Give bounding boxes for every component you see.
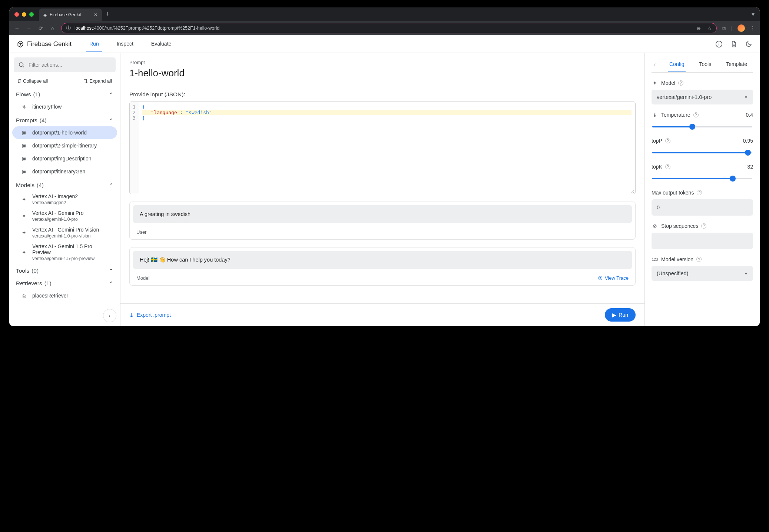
sidebar-item-prompt[interactable]: ▣ dotprompt/1-hello-world bbox=[12, 126, 117, 139]
macos-controls bbox=[14, 12, 34, 17]
section-prompts[interactable]: Prompts (4) ⌃ bbox=[9, 113, 120, 126]
stop-sequences-label: Stop sequences bbox=[661, 223, 698, 229]
app-header: Firebase Genkit Run Inspect Evaluate bbox=[9, 35, 760, 53]
nav-tab-inspect[interactable]: Inspect bbox=[114, 36, 136, 52]
model-version-select[interactable]: (Unspecified) ▼ bbox=[652, 266, 753, 281]
topp-slider[interactable] bbox=[652, 149, 753, 156]
help-icon[interactable]: ? bbox=[697, 190, 702, 195]
config-tab-tools[interactable]: Tools bbox=[697, 57, 713, 72]
divider: | bbox=[731, 25, 732, 31]
sidebar-item-model[interactable]: ✦ Vertex AI - Imagen2 vertexai/imagen2 bbox=[12, 191, 117, 207]
sidebar-item-retriever[interactable]: ⎙ placesRetriever bbox=[12, 289, 117, 302]
sidebar-item-prompt[interactable]: ▣ dotprompt/itineraryGen bbox=[12, 165, 117, 178]
sidebar: ⇵ Collapse all ⇅ Expand all Flows (1) ⌃ bbox=[9, 53, 120, 326]
prompt-icon: ▣ bbox=[20, 156, 28, 162]
url-input[interactable]: ⓘ localhost:4000/run/%252Fprompt%252Fdot… bbox=[61, 23, 717, 33]
help-icon[interactable]: ? bbox=[665, 138, 670, 143]
help-icon[interactable]: ? bbox=[701, 223, 706, 229]
collapse-icon: ⇵ bbox=[17, 78, 21, 84]
topp-value: 0.95 bbox=[743, 138, 753, 144]
help-icon[interactable]: ? bbox=[678, 80, 683, 86]
section-flows[interactable]: Flows (1) ⌃ bbox=[9, 87, 120, 100]
minimize-window-icon[interactable] bbox=[22, 12, 26, 17]
sidebar-item-prompt[interactable]: ▣ dotprompt/2-simple-itinerary bbox=[12, 139, 117, 152]
section-models[interactable]: Models (4) ⌃ bbox=[9, 178, 120, 191]
back-icon[interactable]: ← bbox=[14, 25, 20, 31]
help-icon[interactable]: ? bbox=[696, 257, 702, 262]
bookmark-icon[interactable]: ☆ bbox=[707, 26, 712, 31]
site-info-icon[interactable]: ⓘ bbox=[66, 25, 71, 31]
info-icon[interactable] bbox=[715, 40, 723, 48]
nav-tab-evaluate[interactable]: Evaluate bbox=[148, 36, 174, 52]
filter-input-wrapper[interactable] bbox=[14, 57, 116, 72]
profile-avatar[interactable] bbox=[737, 24, 745, 32]
filter-input[interactable] bbox=[29, 62, 111, 68]
chevron-left-icon[interactable]: ‹ bbox=[654, 61, 656, 69]
home-icon[interactable]: ⌂ bbox=[49, 25, 56, 31]
reload-icon[interactable]: ⟳ bbox=[37, 25, 44, 31]
json-input[interactable]: 123 { "language": "swedish" } bbox=[129, 102, 636, 194]
svg-point-1 bbox=[19, 63, 23, 67]
sidebar-item-model[interactable]: ✦ Vertex AI - Gemini Pro vertexai/gemini… bbox=[12, 208, 117, 224]
sidebar-item-flow[interactable]: ↯ itineraryFlow bbox=[12, 100, 117, 113]
code-body[interactable]: { "language": "swedish" } bbox=[139, 102, 635, 194]
browser-tab-bar: ◈ Firebase Genkit ✕ + ▾ bbox=[9, 7, 760, 21]
section-tools[interactable]: Tools (0) ⌃ bbox=[9, 264, 120, 276]
prompt-icon: ▣ bbox=[20, 130, 28, 136]
chevron-up-icon: ⌃ bbox=[109, 117, 113, 123]
section-retrievers[interactable]: Retrievers (1) ⌃ bbox=[9, 276, 120, 289]
footer-bar: ⤓ Export .prompt ▶ Run bbox=[120, 303, 644, 326]
help-icon[interactable]: ? bbox=[665, 164, 670, 169]
sidebar-item-model[interactable]: ✦ Vertex AI - Gemini 1.5 Pro Preview ver… bbox=[12, 241, 117, 263]
export-button[interactable]: ⤓ Export .prompt bbox=[129, 312, 171, 318]
close-window-icon[interactable] bbox=[14, 12, 19, 17]
model-select[interactable]: vertexai/gemini-1.0-pro ▼ bbox=[652, 90, 753, 104]
new-tab-button[interactable]: + bbox=[106, 10, 110, 18]
sparkle-icon: ✦ bbox=[652, 80, 658, 86]
forward-icon[interactable]: → bbox=[26, 25, 32, 31]
chevron-up-icon: ⌃ bbox=[109, 92, 113, 97]
sidebar-item-prompt[interactable]: ▣ dotprompt/imgDescription bbox=[12, 152, 117, 165]
nav-tab-run[interactable]: Run bbox=[86, 36, 102, 52]
close-tab-icon[interactable]: ✕ bbox=[94, 12, 97, 17]
expand-all-button[interactable]: ⇅ Expand all bbox=[84, 78, 112, 84]
kebab-menu-icon[interactable]: ⋮ bbox=[750, 25, 755, 31]
temperature-slider[interactable] bbox=[652, 123, 753, 130]
sidebar-item-model[interactable]: ✦ Vertex AI - Gemini Pro Vision vertexai… bbox=[12, 225, 117, 241]
view-trace-button[interactable]: ⦿ View Trace bbox=[598, 275, 629, 281]
tab-overflow-icon[interactable]: ▾ bbox=[752, 11, 755, 18]
config-tabs: ‹ Config Tools Template › bbox=[652, 57, 753, 73]
zoom-icon[interactable]: ⊕ bbox=[697, 26, 701, 31]
section-label: Prompt bbox=[129, 60, 636, 65]
help-icon[interactable]: ? bbox=[693, 112, 699, 117]
max-tokens-input[interactable]: 0 bbox=[652, 199, 753, 216]
dark-mode-icon[interactable] bbox=[745, 40, 752, 48]
maximize-window-icon[interactable] bbox=[29, 12, 34, 17]
stop-icon: ⊘ bbox=[652, 223, 658, 229]
message-role: User bbox=[136, 229, 146, 235]
search-icon bbox=[18, 61, 25, 68]
run-button[interactable]: ▶ Run bbox=[605, 308, 636, 322]
document-icon[interactable] bbox=[730, 40, 737, 48]
thermometer-icon: 🌡 bbox=[652, 112, 658, 118]
chevron-left-icon: ‹ bbox=[109, 313, 111, 319]
config-tab-config[interactable]: Config bbox=[668, 57, 686, 72]
chevron-up-icon: ⌃ bbox=[109, 182, 113, 188]
retriever-icon: ⎙ bbox=[20, 293, 28, 299]
prompt-icon: ▣ bbox=[20, 169, 28, 174]
stop-sequences-input[interactable] bbox=[652, 233, 753, 249]
extensions-icon[interactable]: ⧉ bbox=[722, 25, 726, 31]
topk-label: topK bbox=[652, 164, 662, 170]
config-tab-template[interactable]: Template bbox=[725, 57, 749, 72]
topk-slider[interactable] bbox=[652, 175, 753, 182]
collapse-all-button[interactable]: ⇵ Collapse all bbox=[17, 78, 48, 84]
expand-icon: ⇅ bbox=[84, 78, 88, 84]
topp-label: topP bbox=[652, 138, 662, 144]
tab-title: Firebase Genkit bbox=[50, 12, 81, 17]
browser-tab[interactable]: ◈ Firebase Genkit ✕ bbox=[39, 9, 102, 21]
resize-handle-icon[interactable] bbox=[630, 189, 634, 193]
version-icon: 123 bbox=[652, 257, 658, 262]
main-panel: Prompt 1-hello-world Provide input (JSON… bbox=[120, 53, 645, 326]
collapse-sidebar-button[interactable]: ‹ bbox=[103, 309, 116, 322]
chevron-up-icon: ⌃ bbox=[109, 268, 113, 274]
